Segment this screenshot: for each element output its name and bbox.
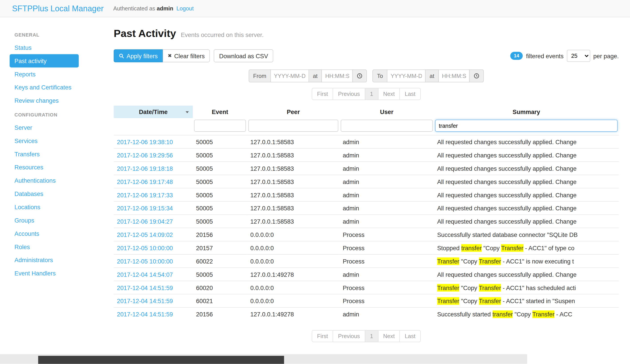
- datetime-link[interactable]: 2017-12-04 14:51:59: [117, 284, 173, 291]
- column-header-user[interactable]: User: [340, 106, 434, 118]
- cell-user: Process: [340, 228, 434, 241]
- sidebar-item-accounts[interactable]: Accounts: [10, 227, 79, 240]
- datetime-link[interactable]: 2017-12-04 14:51:59: [117, 298, 173, 305]
- cell-peer: 127.0.0.1:58583: [247, 188, 339, 201]
- sidebar-item-locations[interactable]: Locations: [10, 200, 79, 214]
- datetime-link[interactable]: 2017-12-04 14:54:07: [117, 271, 173, 278]
- page-last[interactable]: Last: [400, 330, 421, 342]
- datetime-link[interactable]: 2017-12-06 19:17:33: [117, 192, 173, 198]
- peer-filter-input[interactable]: [248, 120, 338, 132]
- sidebar-item-keys-and-certificates[interactable]: Keys and Certificates: [10, 81, 79, 94]
- search-icon: [119, 53, 124, 58]
- cell-user: Process: [340, 281, 434, 294]
- cell-datetime: 2017-12-04 14:51:59: [114, 307, 193, 320]
- sidebar: GENERALStatusPast activityReportsKeys an…: [0, 17, 108, 280]
- datetime-link[interactable]: 2017-12-06 19:18:18: [117, 165, 173, 172]
- from-label: From: [249, 69, 271, 82]
- sidebar-item-past-activity[interactable]: Past activity: [10, 54, 79, 67]
- table-row: 2017-12-06 19:15:3450005127.0.0.1:58583a…: [114, 201, 619, 215]
- cell-summary: Successfully started transfer "Copy Tran…: [434, 307, 619, 320]
- sidebar-item-administrators[interactable]: Administrators: [10, 253, 79, 267]
- cell-summary: All requested changes successfully appli…: [434, 268, 619, 281]
- column-header-summary[interactable]: Summary: [434, 106, 619, 118]
- download-csv-button[interactable]: Download as CSV: [214, 49, 273, 62]
- page-header: Past Activity Events occurred on this se…: [114, 27, 619, 40]
- column-header-event[interactable]: Event: [193, 106, 247, 118]
- pagination: FirstPrevious1NextLast: [312, 330, 421, 342]
- table-row: 2017-12-04 14:51:5920156127.0.0.1:49278a…: [114, 307, 619, 320]
- sidebar-item-resources[interactable]: Resources: [10, 161, 79, 174]
- table-row: 2017-12-06 19:29:5650005127.0.0.1:58583a…: [114, 148, 619, 162]
- sidebar-item-status[interactable]: Status: [10, 41, 79, 54]
- page-subtitle: Events occurred on this server.: [181, 31, 264, 38]
- sidebar-item-roles[interactable]: Roles: [10, 240, 79, 254]
- datetime-link[interactable]: 2017-12-06 19:17:48: [117, 178, 173, 185]
- event-filter-input[interactable]: [194, 120, 246, 132]
- cell-peer: 127.0.0.1:49278: [247, 268, 339, 281]
- page-next[interactable]: Next: [378, 88, 400, 100]
- sidebar-item-databases[interactable]: Databases: [10, 187, 79, 200]
- table-row: 2017-12-05 10:00:00600220.0.0.0:0Process…: [114, 254, 619, 268]
- datetime-link[interactable]: 2017-12-06 19:15:34: [117, 205, 173, 212]
- datetime-link[interactable]: 2017-12-06 19:38:10: [117, 139, 173, 145]
- cell-event: 50005: [193, 215, 247, 228]
- highlighted-term: Transfer: [479, 258, 501, 265]
- table-row: 2017-12-06 19:18:1850005127.0.0.1:58583a…: [114, 162, 619, 175]
- sidebar-item-reports[interactable]: Reports: [10, 67, 79, 81]
- events-table: Date/Time Event Peer User Summary 2017-1…: [114, 106, 619, 320]
- from-date-input[interactable]: [270, 69, 309, 82]
- sidebar-item-event-handlers[interactable]: Event Handlers: [10, 267, 79, 280]
- table-row: 2017-12-04 14:54:0750005127.0.0.1:49278a…: [114, 268, 619, 281]
- to-date-input[interactable]: [387, 69, 426, 82]
- datetime-link[interactable]: 2017-12-04 14:51:59: [117, 311, 173, 318]
- cell-datetime: 2017-12-04 14:51:59: [114, 294, 193, 308]
- datetime-link[interactable]: 2017-12-06 19:29:56: [117, 152, 173, 159]
- logout-link[interactable]: Logout: [176, 5, 194, 12]
- cell-peer: 0.0.0.0:0: [247, 228, 339, 241]
- datetime-link[interactable]: 2017-12-06 19:04:27: [117, 218, 173, 225]
- highlighted-term: Transfer: [437, 258, 459, 265]
- to-time-input[interactable]: [438, 69, 470, 82]
- user-filter-input[interactable]: [341, 120, 433, 132]
- cell-user: admin: [340, 201, 434, 215]
- sidebar-item-server[interactable]: Server: [10, 121, 79, 134]
- page-next[interactable]: Next: [378, 330, 400, 342]
- datetime-link[interactable]: 2017-12-05 10:00:00: [117, 245, 173, 252]
- bottom-pagination-wrap: FirstPrevious1NextLast: [114, 330, 619, 342]
- cell-user: admin: [340, 188, 434, 201]
- page-1[interactable]: 1: [365, 330, 378, 342]
- page-first[interactable]: First: [312, 330, 334, 342]
- sidebar-item-transfers[interactable]: Transfers: [10, 147, 79, 161]
- from-time-input[interactable]: [322, 69, 353, 82]
- to-clock-addon[interactable]: [469, 69, 484, 82]
- page-1[interactable]: 1: [365, 88, 378, 100]
- cell-summary: Transfer "Copy Transfer - ACC1" started …: [434, 294, 619, 308]
- sidebar-item-authentications[interactable]: Authentications: [10, 174, 79, 187]
- column-header-datetime[interactable]: Date/Time: [114, 106, 193, 118]
- datetime-link[interactable]: 2017-12-05 10:00:00: [117, 258, 173, 265]
- apply-filters-button[interactable]: Apply filters: [114, 49, 163, 62]
- cell-event: 20156: [193, 228, 247, 241]
- sidebar-item-groups[interactable]: Groups: [10, 214, 79, 227]
- cell-peer: 127.0.0.1:58583: [247, 148, 339, 162]
- clear-filters-button[interactable]: ✖ Clear filters: [162, 49, 210, 62]
- cell-datetime: 2017-12-06 19:38:10: [114, 135, 193, 148]
- per-page-select[interactable]: 25: [567, 50, 590, 62]
- sidebar-item-review-changes[interactable]: Review changes: [10, 94, 79, 107]
- auth-user: admin: [157, 5, 174, 12]
- from-clock-addon[interactable]: [352, 69, 367, 82]
- sidebar-item-services[interactable]: Services: [10, 134, 79, 147]
- datetime-link[interactable]: 2017-12-05 14:09:02: [117, 231, 173, 238]
- apply-filters-label: Apply filters: [126, 52, 158, 59]
- page-last[interactable]: Last: [400, 88, 421, 100]
- sidebar-heading-configuration: CONFIGURATION: [10, 110, 108, 121]
- cell-datetime: 2017-12-06 19:18:18: [114, 162, 193, 175]
- page-previous[interactable]: Previous: [333, 88, 365, 100]
- app: SFTPPlus Local Manager Authenticated as …: [0, 0, 630, 364]
- page-previous[interactable]: Previous: [333, 330, 365, 342]
- cell-event: 50005: [193, 162, 247, 175]
- column-header-peer[interactable]: Peer: [247, 106, 339, 118]
- to-label: To: [372, 69, 388, 82]
- summary-filter-input[interactable]: [435, 120, 617, 132]
- page-first[interactable]: First: [312, 88, 334, 100]
